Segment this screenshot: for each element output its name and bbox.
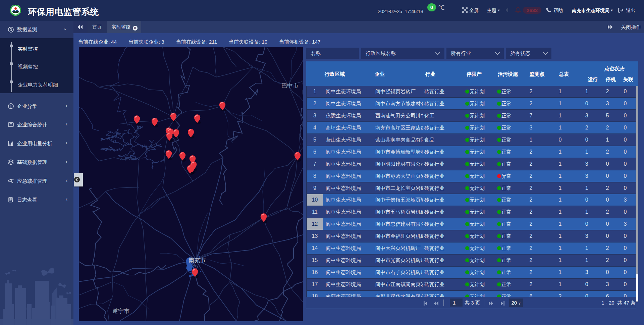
svg-text:巴中市: 巴中市 bbox=[281, 83, 299, 89]
svg-text:南充市: 南充市 bbox=[189, 257, 206, 264]
svg-text:遂宁市: 遂宁市 bbox=[112, 308, 129, 314]
